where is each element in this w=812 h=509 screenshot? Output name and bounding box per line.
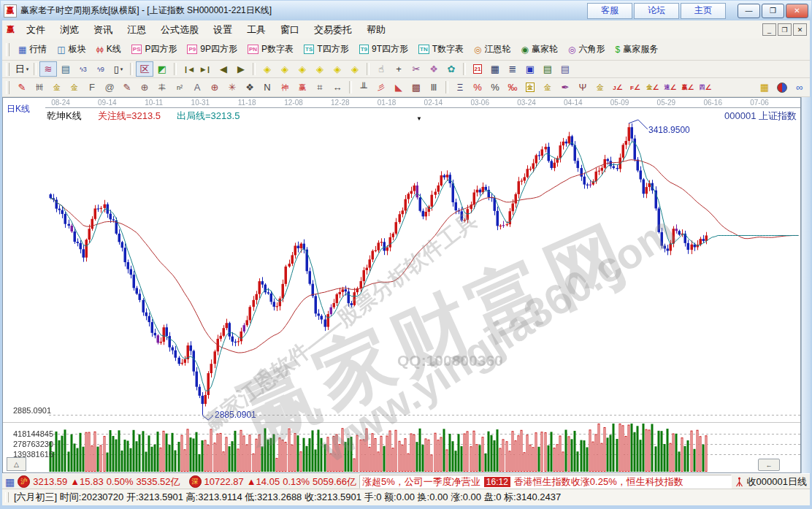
t-square-icon[interactable]: TS bbox=[304, 45, 314, 54]
winner-wheel-icon[interactable]: ◉ bbox=[521, 45, 529, 55]
last-page-icon[interactable]: ▶❙ bbox=[197, 61, 215, 77]
minimize-button[interactable]: — bbox=[738, 4, 760, 18]
restore-button[interactable]: ❐ bbox=[762, 4, 784, 18]
winner-service-button[interactable]: $赢家服务 bbox=[610, 42, 664, 57]
perpendicular-grid-icon[interactable]: ╨ bbox=[355, 80, 372, 95]
gold-circle-icon[interactable]: 金 bbox=[521, 80, 539, 95]
mdi-restore-button[interactable]: ❐ bbox=[778, 23, 792, 36]
web-grid-icon[interactable]: ❖ bbox=[241, 80, 258, 95]
angle-f-icon[interactable]: F∠ bbox=[627, 80, 644, 95]
hexagon-button[interactable]: ◎六角形 bbox=[563, 42, 610, 57]
market-grid-icon[interactable]: ▦ bbox=[5, 476, 15, 488]
p-square-icon[interactable]: PS bbox=[131, 45, 142, 54]
width-measure-icon[interactable]: ↔ bbox=[329, 80, 346, 95]
golden-section-1-icon[interactable]: 金 bbox=[48, 80, 66, 95]
angle-j-icon[interactable]: J∠ bbox=[609, 80, 627, 95]
n-wave-icon[interactable]: Ν bbox=[258, 80, 276, 95]
parallel-lines-icon[interactable]: Ⅲ bbox=[425, 80, 443, 95]
prev-bar-icon[interactable]: ◀ bbox=[215, 61, 232, 77]
spiral-icon[interactable]: @ bbox=[101, 80, 118, 95]
gold-lines-icon[interactable]: 金 bbox=[539, 80, 556, 95]
t-square-button[interactable]: TST四方形 bbox=[299, 42, 354, 57]
diamond-right-icon[interactable]: ◈ bbox=[276, 61, 294, 77]
trend-chart-icon[interactable]: ≋ bbox=[39, 61, 57, 77]
color-palette-icon[interactable]: ◩ bbox=[153, 61, 171, 77]
diamond-h-expand-icon[interactable]: ◈ bbox=[294, 61, 311, 77]
angle-four-icon[interactable]: 四∠ bbox=[697, 80, 714, 95]
grid-highlight-icon[interactable]: ▦ bbox=[756, 80, 773, 95]
p-square-button[interactable]: PSP四方形 bbox=[126, 42, 183, 57]
gann-wheel-icon[interactable]: ◎ bbox=[474, 45, 481, 55]
save-check-icon[interactable]: ▤ bbox=[539, 61, 556, 77]
gann-circle-icon[interactable]: ⊕ bbox=[136, 80, 153, 95]
golden-section-2-icon[interactable]: 金 bbox=[66, 80, 83, 95]
percent-lines-icon[interactable]: ‰ bbox=[504, 80, 521, 95]
calculator-icon[interactable]: ▦ bbox=[486, 61, 504, 77]
p-number-table-icon[interactable]: PN bbox=[248, 45, 258, 54]
ying-tool-icon[interactable]: 赢 bbox=[294, 80, 311, 95]
menu-item-gann[interactable]: 江恩 bbox=[120, 22, 153, 38]
quotes-button[interactable]: ▦行情 bbox=[13, 42, 52, 57]
collapse-pane-button[interactable]: △ bbox=[7, 457, 26, 471]
menu-item-help[interactable]: 帮助 bbox=[359, 22, 393, 38]
angle-line-icon[interactable]: A bbox=[188, 80, 206, 95]
winner-wheel-button[interactable]: ◉赢家轮 bbox=[516, 42, 563, 57]
quotes-icon[interactable]: ▦ bbox=[18, 45, 26, 55]
brush-icon[interactable]: ✒ bbox=[556, 80, 574, 95]
diamond-left-icon[interactable]: ◈ bbox=[258, 61, 276, 77]
save-icon[interactable]: ▣ bbox=[521, 61, 539, 77]
9p-square-button[interactable]: P99P四方形 bbox=[182, 42, 242, 57]
p-number-table-button[interactable]: PNP数字表 bbox=[242, 42, 299, 57]
notepad-icon[interactable]: ≣ bbox=[504, 61, 521, 77]
period-day-icon[interactable]: 日▾ bbox=[13, 61, 31, 77]
toolbar-grip[interactable] bbox=[6, 81, 9, 94]
gold-channel-icon[interactable]: 金 bbox=[591, 80, 609, 95]
9t-square-button[interactable]: T99T四方形 bbox=[354, 42, 413, 57]
forum-button[interactable]: 论坛 bbox=[634, 3, 679, 19]
9t-square-icon[interactable]: T9 bbox=[359, 45, 369, 54]
gann-comb-icon[interactable]: 卌 bbox=[31, 80, 48, 95]
flower-tool-icon[interactable]: ✿ bbox=[443, 61, 460, 77]
mdi-minimize-button[interactable]: _ bbox=[762, 23, 776, 36]
menu-item-file[interactable]: 文件 bbox=[19, 22, 53, 38]
calendar-icon[interactable]: 21 bbox=[469, 61, 486, 77]
hexagon-icon[interactable]: ◎ bbox=[568, 45, 575, 55]
sectors-icon[interactable]: ◫ bbox=[57, 45, 65, 55]
t-number-table-icon[interactable]: TN bbox=[418, 45, 429, 54]
angle-ying-icon[interactable]: 赢∠ bbox=[679, 80, 697, 95]
fibonacci-icon[interactable]: F bbox=[83, 80, 101, 95]
t-number-table-button[interactable]: TNT数字表 bbox=[413, 42, 469, 57]
menu-item-browse[interactable]: 浏览 bbox=[53, 22, 86, 38]
pitchfork-icon[interactable]: Ψ bbox=[574, 80, 591, 95]
n-square-icon[interactable]: n² bbox=[171, 80, 188, 95]
cycle-pencil-icon[interactable]: ✎ bbox=[118, 80, 136, 95]
percent-icon[interactable]: % bbox=[486, 80, 504, 95]
menu-item-settings[interactable]: 设置 bbox=[206, 22, 240, 38]
wave-3-icon[interactable]: ϟ3 bbox=[74, 61, 92, 77]
toolbar-grip[interactable] bbox=[6, 43, 9, 56]
infinity-icon[interactable]: ∞ bbox=[791, 80, 808, 95]
angle-speed-icon[interactable]: 速∠ bbox=[662, 80, 679, 95]
sectors-button[interactable]: ◫板块 bbox=[52, 42, 91, 57]
kline-icon[interactable]: ϕϕ bbox=[96, 46, 104, 53]
shaded-grid-icon[interactable]: ▩ bbox=[407, 80, 425, 95]
first-page-icon[interactable]: ❙◀ bbox=[180, 61, 197, 77]
percent-slash-icon[interactable]: % bbox=[469, 80, 486, 95]
menu-item-formula-stock-pick[interactable]: 公式选股 bbox=[153, 22, 206, 38]
diamond-star-icon[interactable]: ◈ bbox=[329, 61, 346, 77]
ruler-123-icon[interactable]: ⌗ bbox=[311, 80, 329, 95]
save-export-icon[interactable]: ▤ bbox=[556, 61, 574, 77]
homepage-button[interactable]: 主页 bbox=[681, 3, 726, 19]
news-ticker[interactable]: 涨超5%，公司一季度净营业 16:12 香港恒生指数收涨0.25%，恒生科技指数 bbox=[359, 475, 732, 489]
menu-item-window[interactable]: 窗口 bbox=[273, 22, 307, 38]
gann-wheel-button[interactable]: ◎江恩轮 bbox=[469, 42, 516, 57]
menu-item-tools[interactable]: 工具 bbox=[240, 22, 273, 38]
fan-box-icon[interactable]: ◣ bbox=[390, 80, 407, 95]
shen-tool-icon[interactable]: 神 bbox=[276, 80, 294, 95]
titlebar[interactable]: 赢 赢家老子时空周期系统[纵横版] - [上证指数 SH000001-221日K… bbox=[1, 1, 811, 20]
diamond-cross-icon[interactable]: ◈ bbox=[311, 61, 329, 77]
customer-service-button[interactable]: 客服 bbox=[587, 3, 632, 19]
cut-tool-icon[interactable]: ✂ bbox=[407, 61, 425, 77]
scroll-left-button[interactable]: ← bbox=[758, 459, 780, 471]
star-rays-icon[interactable]: ✳ bbox=[223, 80, 241, 95]
